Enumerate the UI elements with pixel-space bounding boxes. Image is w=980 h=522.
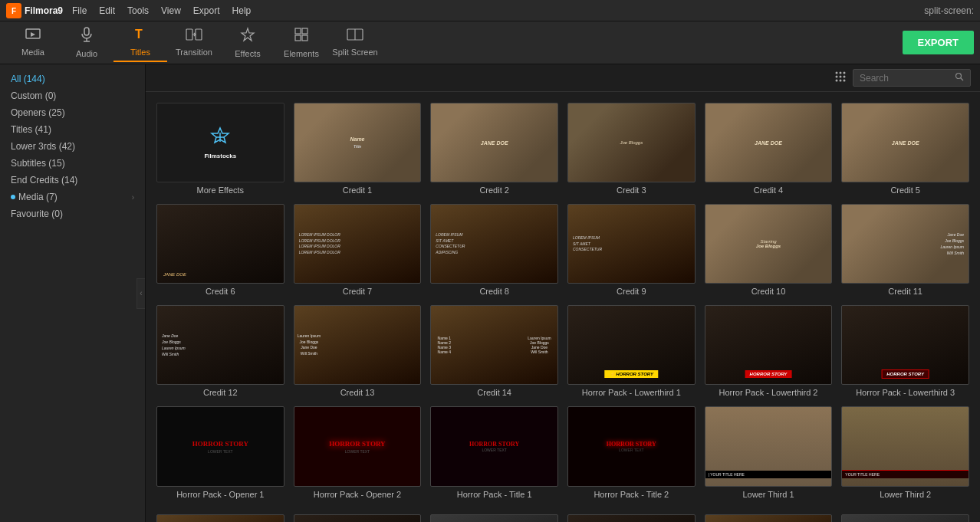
filmstocks-logo-icon — [209, 126, 231, 148]
horror-opener-2-content: HORROR STORY LOWER TEXT — [329, 440, 385, 454]
sidebar-label-end-credits: End Credits (14) — [11, 175, 77, 185]
credit-14-roles: Lauren IpsumJoe BloggsJane DoeWill Smith — [528, 336, 551, 354]
grid-item-horror-low-1[interactable]: ⚡ HORROR STORY Horror Pack - Lowerthird … — [563, 300, 700, 402]
grid-dots-icon — [834, 71, 847, 83]
toolbar-media[interactable]: Media — [6, 24, 60, 62]
grid-item-bottom-2[interactable] — [289, 510, 426, 522]
sidebar-label-favourite: Favourite (0) — [11, 208, 63, 219]
toolbar-effects[interactable]: Effects — [221, 24, 275, 62]
grid-item-credit-6[interactable]: JANE DOE Credit 6 — [152, 199, 289, 300]
credit-10-overlay: StarringJoe Bloggs — [756, 239, 781, 248]
sidebar-item-subtitles[interactable]: Subtitles (15) — [0, 155, 145, 172]
bottom-3-thumb — [430, 514, 558, 522]
lower-third-2-bar: YOUR TITLE HERE — [842, 470, 968, 478]
grid-item-credit-13[interactable]: Lauren IpsumJoe BloggsJane DoeWill Smith… — [289, 300, 426, 402]
credit-1-overlay: NameTitle — [350, 136, 364, 149]
credit-8-overlay: LOREM IPSUMSIT AMETCONSECTETURADIPISCING — [436, 232, 465, 255]
sidebar-item-media[interactable]: Media (7) › — [0, 189, 145, 205]
sidebar-item-end-credits[interactable]: End Credits (14) — [0, 172, 145, 189]
sidebar-item-openers[interactable]: Openers (25) — [0, 104, 145, 121]
toolbar-split-screen-label: Split Screen — [332, 48, 377, 57]
grid-item-credit-8[interactable]: LOREM IPSUMSIT AMETCONSECTETURADIPISCING… — [426, 199, 563, 300]
grid-item-bottom-1[interactable] — [152, 510, 289, 522]
audio-icon — [81, 27, 93, 46]
svg-line-26 — [961, 78, 964, 81]
grid-item-credit-14[interactable]: Name 1Name 2Name 3Name 4 Lauren IpsumJoe… — [426, 300, 563, 402]
grid-item-bottom-3[interactable] — [426, 510, 563, 522]
grid-item-bottom-4[interactable] — [563, 510, 700, 522]
grid-item-horror-low-2[interactable]: HORROR STORY Horror Pack - Lowerthird 2 — [700, 300, 837, 402]
sidebar-item-favourite[interactable]: Favourite (0) — [0, 205, 145, 222]
toolbar-elements[interactable]: Elements — [275, 24, 328, 62]
svg-text:F: F — [12, 7, 16, 15]
horror-low-3-label: Horror Pack - Lowerthird 3 — [841, 388, 969, 397]
credit-8-label: Credit 8 — [430, 287, 558, 296]
grid-item-credit-10[interactable]: StarringJoe Bloggs Credit 10 — [700, 199, 837, 300]
grid-item-credit-4[interactable]: JANE DOE Credit 4 — [700, 98, 837, 199]
credit-1-label: Credit 1 — [294, 185, 422, 195]
sidebar-item-titles[interactable]: Titles (41) — [0, 121, 145, 138]
logo-icon: F — [6, 3, 21, 18]
sidebar-collapse-arrow[interactable]: ‹ — [136, 278, 146, 309]
toolbar-titles[interactable]: T Titles — [113, 24, 167, 62]
sidebar-item-all[interactable]: All (144) — [0, 71, 145, 87]
filmstocks-text: Filmstocks — [204, 153, 236, 159]
export-button[interactable]: EXPORT — [903, 31, 974, 54]
bottom-5-thumb — [705, 514, 833, 522]
grid-item-bottom-5[interactable] — [700, 510, 837, 522]
grid-item-more-effects[interactable]: Filmstocks More Effects — [152, 98, 289, 199]
more-effects-thumb: Filmstocks — [156, 103, 284, 182]
search-icon — [955, 72, 964, 84]
svg-point-19 — [836, 75, 838, 77]
sidebar-item-lower3rds[interactable]: Lower 3rds (42) — [0, 138, 145, 155]
chevron-right-icon: › — [132, 193, 134, 202]
svg-point-21 — [844, 75, 846, 77]
menu-export[interactable]: Export — [193, 5, 220, 16]
bottom-4-thumb — [567, 514, 696, 522]
toolbar: Media Audio T Titles Transi — [0, 21, 980, 64]
grid-item-horror-title-2[interactable]: HORROR STORY LOWER TEXT Horror Pack - Ti… — [563, 402, 700, 503]
menu-file[interactable]: File — [72, 5, 87, 16]
grid-item-credit-2[interactable]: JANE DOE Credit 2 — [426, 98, 563, 199]
split-screen-icon — [347, 28, 363, 44]
credit-6-thumb: JANE DOE — [156, 204, 284, 284]
lower-third-1-bar: | YOUR TITLE HERE — [705, 471, 832, 478]
svg-point-20 — [840, 75, 842, 77]
menu-view[interactable]: View — [161, 5, 181, 16]
grid-item-credit-3[interactable]: Joe Bloggs Credit 3 — [563, 98, 700, 199]
credit-13-label: Credit 13 — [294, 388, 422, 397]
svg-point-25 — [956, 74, 962, 79]
grid-item-credit-12[interactable]: Jane DoeJoe BloggsLauren IpsumWill Smith… — [152, 300, 289, 402]
credit-7-overlay: LOREM IPSUM DOLORLOREM IPSUM DOLORLOREM … — [299, 232, 340, 255]
menu-help[interactable]: Help — [232, 5, 252, 16]
grid-item-horror-opener-1[interactable]: HORROR STORY LOWER TEXT Horror Pack - Op… — [152, 402, 289, 503]
grid-item-credit-5[interactable]: JANE DOE Credit 5 — [837, 98, 974, 199]
grid-view-button[interactable] — [834, 71, 847, 86]
credit-14-thumb: Name 1Name 2Name 3Name 4 Lauren IpsumJoe… — [430, 305, 558, 385]
menu-tools[interactable]: Tools — [127, 5, 149, 16]
credit-12-thumb: Jane DoeJoe BloggsLauren IpsumWill Smith — [156, 305, 284, 385]
grid-item-horror-low-3[interactable]: HORROR STORY Horror Pack - Lowerthird 3 — [837, 300, 974, 402]
sidebar-item-custom[interactable]: Custom (0) — [0, 87, 145, 104]
search-input[interactable] — [860, 73, 952, 84]
toolbar-split-screen[interactable]: Split Screen — [328, 24, 382, 62]
toolbar-transition[interactable]: Transition — [167, 24, 221, 62]
grid-item-credit-1[interactable]: NameTitle Credit 1 — [289, 98, 426, 199]
toolbar-audio[interactable]: Audio — [60, 24, 113, 62]
horror-opener-1-thumb: HORROR STORY LOWER TEXT — [156, 406, 284, 486]
grid-item-horror-title-1[interactable]: HORROR STORY LOWER TEXT Horror Pack - Ti… — [426, 402, 563, 503]
horror-opener-1-content: HORROR STORY LOWER TEXT — [192, 440, 248, 454]
grid-item-credit-11[interactable]: Jane DoeJoe BloggsLauren IpsumWill Smith… — [837, 199, 974, 300]
horror-title-1-label: Horror Pack - Title 1 — [430, 490, 558, 499]
grid-item-lower-third-1[interactable]: | YOUR TITLE HERE Lower Third 1 — [700, 402, 837, 503]
credit-7-thumb: LOREM IPSUM DOLORLOREM IPSUM DOLORLOREM … — [294, 204, 422, 284]
menu-edit[interactable]: Edit — [99, 5, 115, 16]
grid-item-horror-opener-2[interactable]: HORROR STORY LOWER TEXT Horror Pack - Op… — [289, 402, 426, 503]
grid-item-credit-7[interactable]: LOREM IPSUM DOLORLOREM IPSUM DOLORLOREM … — [289, 199, 426, 300]
credit-4-overlay: JANE DOE — [755, 140, 782, 146]
grid-item-bottom-6[interactable] — [837, 510, 974, 522]
toolbar-effects-label: Effects — [235, 49, 260, 58]
grid-item-credit-9[interactable]: LOREM IPSUMSIT AMETCONSECTETUR Credit 9 — [563, 199, 700, 300]
grid-item-lower-third-2[interactable]: YOUR TITLE HERE Lower Third 2 — [837, 402, 974, 503]
credit-2-overlay: JANE DOE — [481, 140, 508, 146]
